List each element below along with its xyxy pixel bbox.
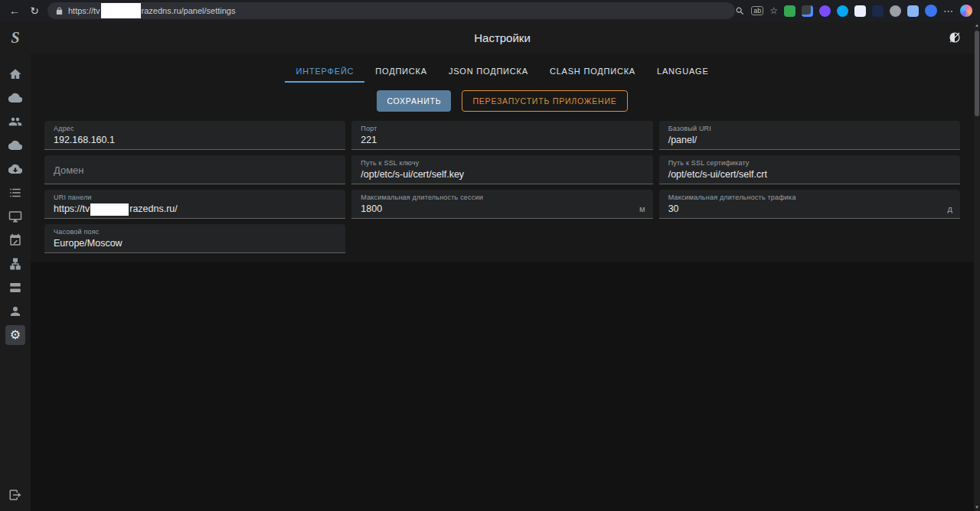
ssl-key-field[interactable]: Путь к SSL ключу /opt/etc/s-ui/cert/self… [351, 155, 652, 184]
tab-bar: ИНТЕРФЕЙС ПОДПИСКА JSON ПОДПИСКА CLASH П… [44, 60, 960, 83]
scroll-up-icon[interactable]: ▲ [975, 21, 979, 29]
extension-icon[interactable] [872, 5, 884, 17]
save-button[interactable]: СОХРАНИТЬ [377, 90, 451, 112]
extension-icon[interactable] [837, 5, 848, 17]
sidebar-item-rules[interactable] [5, 183, 25, 203]
page-title: Настройки [474, 31, 531, 44]
profile-avatar[interactable] [925, 5, 937, 17]
sidebar-item-users[interactable] [5, 112, 25, 132]
extension-icon[interactable] [854, 5, 866, 17]
panel-uri-field[interactable]: URI панели https://tvrazedns.ru/ [44, 190, 345, 219]
unit-suffix: м [639, 204, 645, 213]
lan-icon [8, 257, 22, 271]
tab-json-subscription[interactable]: JSON ПОДПИСКА [438, 60, 539, 83]
scrollbar[interactable]: ▲ ▼ [974, 21, 980, 511]
sidebar-item-servers[interactable] [5, 278, 25, 298]
address-field[interactable]: Адрес 192.168.160.1 [44, 121, 345, 150]
list-icon [8, 186, 22, 200]
search-icon[interactable] [735, 6, 745, 16]
logout-icon [8, 488, 22, 502]
scroll-down-icon[interactable]: ▼ [975, 503, 979, 511]
redaction-box [90, 203, 129, 216]
sidebar-item-admin[interactable] [5, 301, 25, 321]
lock-icon[interactable] [55, 7, 64, 15]
address-bar[interactable]: https://tv razedns.ru/panel/settings [47, 2, 735, 19]
sidebar-item-network[interactable] [5, 254, 25, 274]
gear-icon: ⚙ [10, 329, 21, 341]
server-stack-icon [8, 281, 22, 295]
refresh-icon[interactable]: ↻ [26, 2, 43, 19]
traffic-duration-field[interactable]: Максимальная длительность трафика 30 д [659, 190, 960, 219]
sidebar: S [0, 21, 31, 511]
app-logo: S [11, 21, 19, 54]
app-header: Настройки [31, 21, 974, 54]
cloud-icon [8, 91, 22, 105]
session-duration-field[interactable]: Максимальная длительность сессии 1800 м [351, 190, 652, 219]
users-icon [8, 115, 22, 129]
extension-icon[interactable] [819, 5, 831, 17]
logout-button[interactable] [5, 485, 25, 505]
extension-icon[interactable] [784, 5, 795, 17]
tab-subscription[interactable]: ПОДПИСКА [364, 60, 438, 83]
tab-language[interactable]: LANGUAGE [646, 60, 720, 83]
extension-icon[interactable] [802, 5, 813, 17]
restart-button[interactable]: ПЕРЕЗАПУСТИТЬ ПРИЛОЖЕНИЕ [462, 90, 627, 112]
scrollbar-thumb[interactable] [975, 31, 979, 116]
sidebar-item-calendar[interactable] [5, 230, 25, 250]
redaction-box [101, 3, 141, 18]
sidebar-item-cloud-alt[interactable] [5, 135, 25, 155]
calendar-edit-icon [8, 233, 22, 247]
copilot-icon[interactable] [960, 5, 972, 17]
sidebar-item-settings[interactable]: ⚙ [5, 325, 25, 345]
settings-panel: ИНТЕРФЕЙС ПОДПИСКА JSON ПОДПИСКА CLASH П… [31, 54, 974, 262]
sidebar-item-home[interactable] [5, 64, 25, 84]
more-menu-icon[interactable]: ⋯ [943, 5, 954, 17]
theme-toggle-icon[interactable] [948, 31, 962, 44]
port-field[interactable]: Порт 221 [351, 121, 652, 150]
sidebar-item-monitor[interactable] [5, 207, 25, 226]
extension-icon[interactable] [890, 5, 901, 17]
timezone-field[interactable]: Часовой пояс Europe/Moscow [44, 224, 345, 253]
back-icon[interactable]: ← [6, 2, 23, 19]
base-uri-field[interactable]: Базовый URI /panel/ [659, 121, 960, 150]
tab-clash-subscription[interactable]: CLASH ПОДПИСКА [539, 60, 646, 83]
action-buttons: СОХРАНИТЬ ПЕРЕЗАПУСТИТЬ ПРИЛОЖЕНИЕ [44, 90, 960, 112]
tab-interface[interactable]: ИНТЕРФЕЙС [285, 60, 364, 83]
monitor-icon [8, 210, 22, 223]
cloud-icon [8, 138, 22, 152]
favorites-star-icon[interactable]: ☆ [769, 5, 778, 17]
url-text: https://tv razedns.ru/panel/settings [68, 3, 236, 18]
settings-form: Адрес 192.168.160.1 Порт 221 Базовый URI… [44, 121, 960, 253]
sidebar-item-cloud[interactable] [5, 88, 25, 108]
sidebar-item-cloud-arrow[interactable] [5, 159, 25, 179]
cloud-arrow-icon [8, 162, 22, 176]
user-icon [8, 304, 22, 318]
ssl-cert-field[interactable]: Путь к SSL сертификату /opt/etc/s-ui/cer… [659, 155, 960, 184]
browser-chrome: ← ↻ https://tv razedns.ru/panel/settings… [0, 0, 980, 21]
unit-suffix: д [948, 204, 952, 213]
extension-icon[interactable] [907, 5, 919, 17]
translate-icon[interactable]: ab [751, 6, 763, 15]
domain-field[interactable]: Домен [44, 155, 345, 184]
home-icon [8, 67, 22, 81]
